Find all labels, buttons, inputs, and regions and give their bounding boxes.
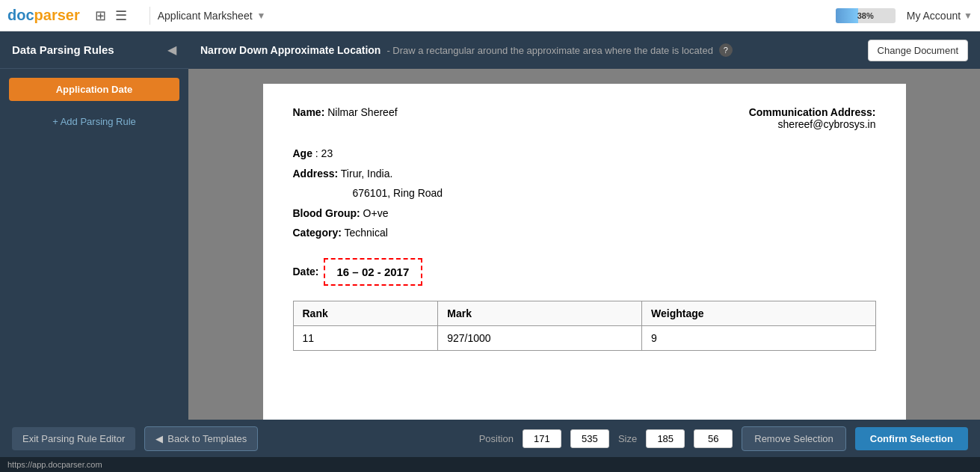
top-nav: docparser ⊞ ☰ Applicant Marksheet ▼ 38% … (0, 0, 980, 31)
main-layout: Data Parsing Rules ◀ Application Date + … (0, 31, 980, 420)
blood-group-value: O+ve (363, 207, 389, 219)
table-header-weightage: Weightage (642, 301, 875, 325)
doc-selector-label: Applicant Marksheet (158, 10, 253, 22)
doc-address-row: Address: Tirur, India. 676101, Ring Road (293, 164, 876, 203)
size-width-input[interactable] (646, 429, 685, 448)
my-account-menu[interactable]: My Account ▼ (907, 10, 973, 22)
sidebar-title: Data Parsing Rules (12, 43, 114, 56)
table-header-mark: Mark (438, 301, 642, 325)
change-document-button[interactable]: Change Document (868, 40, 968, 61)
position-x-input[interactable] (523, 429, 561, 448)
date-selection-box: 16 – 02 - 2017 (324, 258, 423, 286)
instruction-left: Narrow Down Approximate Location - Draw … (200, 43, 733, 57)
doc-blood-group-row: Blood Group: O+ve (293, 203, 876, 224)
table-cell: 927/1000 (438, 325, 642, 350)
marks-table: Rank Mark Weightage 11927/10009 (293, 301, 876, 351)
address-label: Address: (293, 168, 339, 180)
address-line2: 676101, Ring Road (293, 183, 876, 203)
address-value: Tirur, India. (341, 168, 393, 180)
category-label: Category: (293, 227, 342, 239)
progress-label: 38% (857, 11, 874, 20)
instruction-title: Narrow Down Approximate Location (200, 44, 380, 56)
doc-age-row: Age : 23 (293, 144, 876, 164)
back-to-templates-button[interactable]: ◀ Back to Templates (144, 426, 258, 451)
document-area: Name: Nilmar Shereef Communication Addre… (188, 69, 980, 420)
exit-parsing-rule-editor-button[interactable]: Exit Parsing Rule Editor (12, 427, 135, 450)
doc-date-row: Date: 16 – 02 - 2017 (293, 258, 876, 286)
back-arrow-icon: ◀ (155, 433, 163, 444)
progress-fill (836, 8, 858, 23)
instruction-text: - Draw a rectangular around the approxim… (386, 45, 712, 56)
doc-info-rows: Age : 23 Address: Tirur, India. 676101, … (293, 144, 876, 243)
position-y-input[interactable] (570, 429, 609, 448)
doc-category-row: Category: Technical (293, 223, 876, 243)
document-canvas[interactable]: Name: Nilmar Shereef Communication Addre… (188, 69, 980, 420)
content-wrapper: Narrow Down Approximate Location - Draw … (188, 31, 980, 420)
document-content: Name: Nilmar Shereef Communication Addre… (263, 84, 906, 420)
status-url: https://app.docparser.com (7, 460, 102, 469)
doc-name-row: Name: Nilmar Shereef Communication Addre… (293, 106, 876, 130)
doc-selector-arrow: ▼ (257, 10, 266, 21)
grid-icon[interactable]: ⊞ (95, 7, 106, 24)
date-label: Date: (293, 266, 319, 278)
comm-address-value: shereef@cybrosys.in (778, 118, 876, 130)
table-cell: 11 (293, 325, 438, 350)
nav-icons: ⊞ ☰ (95, 7, 127, 24)
table-header-rank: Rank (293, 301, 438, 325)
sidebar: Data Parsing Rules ◀ Application Date + … (0, 31, 188, 420)
doc-name-left: Name: Nilmar Shereef (293, 106, 398, 130)
status-bar: https://app.docparser.com (0, 457, 980, 472)
age-value: : 23 (315, 147, 333, 159)
age-label: Age (293, 147, 312, 159)
date-value: 16 – 02 - 2017 (337, 266, 410, 278)
doc-selector[interactable]: Applicant Marksheet ▼ (158, 10, 266, 22)
application-date-rule[interactable]: Application Date (9, 78, 179, 101)
table-header-row: Rank Mark Weightage (293, 301, 875, 325)
doc-comm-address: Communication Address: shereef@cybrosys.… (749, 106, 876, 130)
name-value: Nilmar Shereef (327, 106, 397, 118)
blood-group-label: Blood Group: (293, 207, 360, 219)
size-label: Size (618, 433, 637, 444)
instruction-help-icon[interactable]: ? (719, 43, 733, 57)
bottom-bar: Exit Parsing Rule Editor ◀ Back to Templ… (0, 420, 980, 457)
add-parsing-rule-button[interactable]: + Add Parsing Rule (52, 116, 136, 127)
sidebar-header: Data Parsing Rules ◀ (0, 31, 188, 69)
table-cell: 9 (642, 325, 875, 350)
my-account-arrow: ▼ (964, 10, 973, 21)
remove-selection-button[interactable]: Remove Selection (742, 426, 846, 451)
size-height-input[interactable] (694, 429, 733, 448)
sidebar-collapse-icon[interactable]: ◀ (167, 43, 176, 57)
instruction-bar: Narrow Down Approximate Location - Draw … (188, 31, 980, 69)
table-row: 11927/10009 (293, 325, 875, 350)
comm-address-label: Communication Address: (749, 106, 876, 118)
nav-divider (150, 7, 150, 25)
category-value: Technical (345, 227, 388, 239)
confirm-selection-button[interactable]: Confirm Selection (855, 427, 968, 450)
my-account-label: My Account (907, 10, 961, 22)
logo: docparser (7, 7, 80, 24)
menu-icon[interactable]: ☰ (115, 7, 127, 24)
name-label: Name: (293, 106, 325, 118)
progress-bar: 38% (836, 8, 896, 23)
position-label: Position (479, 433, 514, 444)
